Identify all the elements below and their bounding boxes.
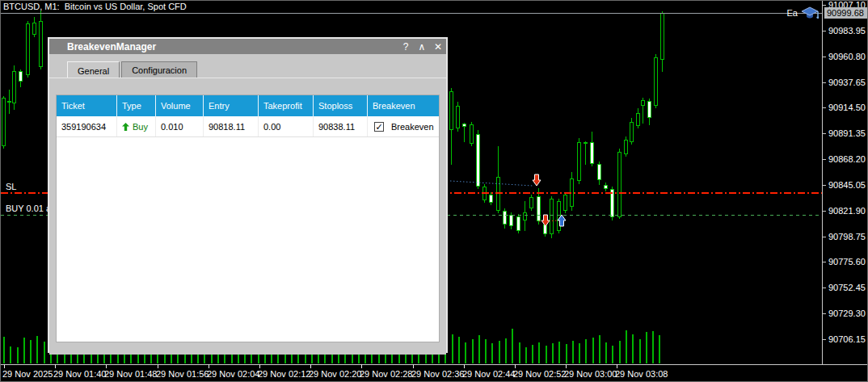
price-axis-tick [823, 82, 826, 83]
time-axis-tick [259, 364, 260, 368]
dialog-content: Ticket Type Volume Entry Takeprofit Stop… [49, 78, 446, 355]
time-axis-label: 29 Nov 02:20 [309, 369, 361, 379]
column-header-volume[interactable]: Volume [156, 95, 204, 116]
time-axis-label: 29 Nov 02:28 [360, 369, 412, 379]
price-axis-label: 90821.90 [828, 206, 866, 216]
time-axis-tick [361, 364, 362, 368]
time-axis-tick [4, 364, 5, 368]
time-axis-tick [106, 364, 107, 368]
dialog-close-button[interactable]: ✕ [430, 41, 446, 52]
price-axis-tick [823, 339, 826, 340]
price-axis-label: 90983.95 [828, 26, 866, 36]
buy-trade-arrow-icon[interactable] [558, 215, 566, 226]
time-axis-tick [413, 364, 414, 368]
expert-advisor-label: Ea [787, 8, 798, 18]
price-axis-tick [823, 262, 826, 262]
time-axis-tick [158, 364, 158, 368]
dialog-collapse-button[interactable]: ∧ [414, 41, 430, 52]
cell-ticket: 359190634 [57, 116, 117, 136]
positions-table: Ticket Type Volume Entry Takeprofit Stop… [56, 94, 440, 342]
price-axis-label: 90706.15 [828, 334, 866, 344]
time-axis-tick [515, 364, 516, 368]
price-axis[interactable]: 91007.1090983.9590960.8090937.6590914.50… [822, 1, 868, 364]
time-axis-label: 29 Nov 02:12 [258, 369, 310, 379]
time-axis[interactable]: 29 Nov 202529 Nov 01:4029 Nov 01:4829 No… [1, 364, 868, 382]
column-header-ticket[interactable]: Ticket [57, 95, 117, 116]
price-axis-label: 90868.20 [828, 154, 866, 164]
price-axis-label: 90729.30 [828, 309, 866, 318]
expert-advisor-badge[interactable]: Ea [787, 6, 819, 20]
time-axis-label: 29 Nov 2025 [2, 369, 53, 379]
price-axis-label: 90960.80 [828, 52, 866, 61]
price-axis-tick [823, 57, 826, 57]
price-axis-tick [823, 5, 826, 6]
sell-trade-arrow-icon[interactable] [541, 215, 550, 226]
buy-arrow-icon [122, 123, 129, 131]
price-axis-tick [823, 313, 826, 314]
price-axis-label: 90914.50 [828, 103, 866, 112]
price-axis-label: 90798.75 [828, 232, 866, 241]
time-axis-tick [566, 364, 567, 368]
price-axis-tick [823, 237, 826, 237]
time-axis-label: 29 Nov 01:40 [53, 369, 106, 379]
price-axis-tick [823, 185, 826, 186]
time-axis-label: 29 Nov 01:56 [156, 369, 209, 379]
cell-entry: 90818.11 [204, 116, 259, 136]
table-row[interactable]: 359190634 Buy 0.010 90818.11 0.00 90838.… [57, 116, 439, 137]
column-header-stoploss[interactable]: Stoploss [314, 95, 368, 116]
sell-trade-arrow-icon[interactable] [533, 174, 541, 186]
price-axis-label: 90775.60 [828, 257, 866, 267]
breakeven-checkbox-label: Breakeven [391, 116, 434, 136]
price-axis-tick [823, 288, 826, 288]
current-price-box: 90999.68 [824, 7, 868, 19]
time-axis-label: 29 Nov 02:04 [207, 369, 259, 379]
dialog-help-button[interactable]: ? [398, 41, 414, 52]
price-axis-label: 90937.65 [828, 78, 866, 87]
time-axis-label: 29 Nov 03:00 [564, 369, 617, 379]
price-axis-tick [823, 133, 826, 134]
dialog-tab-strip: General Configuracion [49, 57, 446, 78]
trade-connector-line [450, 181, 533, 186]
time-axis-tick [209, 364, 209, 368]
price-axis-tick [823, 107, 826, 108]
table-header-row: Ticket Type Volume Entry Takeprofit Stop… [57, 95, 439, 116]
time-axis-label: 29 Nov 01:48 [104, 369, 157, 379]
breakeven-manager-dialog: BreakevenManager ? ∧ ✕ General Configura… [48, 37, 448, 353]
time-axis-tick [617, 364, 617, 368]
time-axis-label: 29 Nov 02:52 [513, 369, 566, 379]
price-axis-label: 90752.45 [828, 283, 866, 292]
time-axis-tick [310, 364, 311, 368]
cell-breakeven: ✓ Breakeven [368, 116, 439, 136]
column-header-breakeven[interactable]: Breakeven [368, 95, 439, 116]
column-header-type[interactable]: Type [117, 95, 156, 116]
price-axis-tick [823, 159, 826, 160]
cell-type-text: Buy [133, 116, 148, 136]
tab-general[interactable]: General [67, 61, 120, 78]
column-header-entry[interactable]: Entry [204, 95, 259, 116]
price-axis-label: 90845.05 [828, 180, 866, 190]
mt5-chart-window: BTCUSD, M1: Bitcoin vs US Dollar, Spot C… [0, 0, 868, 382]
price-axis-tick [823, 31, 826, 31]
chart-symbol-title: BTCUSD, M1: Bitcoin vs US Dollar, Spot C… [3, 2, 187, 11]
time-axis-tick [464, 364, 465, 368]
cell-stoploss: 90838.11 [314, 116, 368, 136]
time-axis-label: 29 Nov 02:44 [462, 369, 515, 379]
dialog-title: BreakevenManager [67, 41, 398, 52]
time-axis-label: 29 Nov 03:08 [615, 369, 668, 379]
tab-configuracion[interactable]: Configuracion [121, 61, 197, 78]
expert-advisor-hat-icon [801, 6, 819, 20]
breakeven-checkbox[interactable]: ✓ [374, 122, 384, 132]
time-axis-tick [55, 364, 56, 368]
column-header-takeprofit[interactable]: Takeprofit [259, 95, 314, 116]
cell-type: Buy [117, 116, 156, 136]
price-axis-tick [823, 211, 826, 212]
time-axis-label: 29 Nov 02:36 [411, 369, 464, 379]
cell-takeprofit: 0.00 [259, 116, 314, 136]
cell-volume: 0.010 [156, 116, 204, 136]
dialog-titlebar[interactable]: BreakevenManager ? ∧ ✕ [49, 39, 446, 54]
price-axis-label: 90891.35 [828, 128, 866, 138]
